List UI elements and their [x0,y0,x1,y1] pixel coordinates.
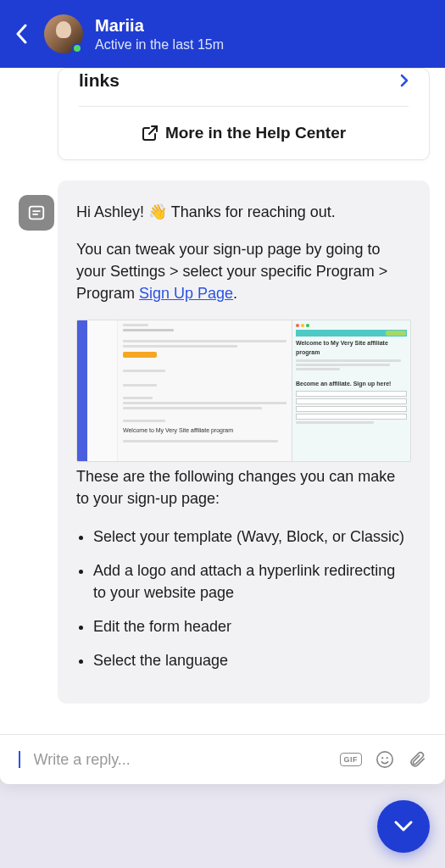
svg-point-5 [387,757,388,759]
chevron-right-icon [400,74,409,87]
agent-message: Hi Ashley! 👋 Thanks for reaching out. Yo… [58,181,430,704]
agent-status: Active in the last 15m [95,37,224,53]
list-item: Edit the form header [93,615,411,637]
agent-avatar[interactable] [44,14,83,53]
ss-preview-panel: Welcome to My Very Site affiliate progra… [292,320,410,461]
svg-point-4 [381,757,383,759]
ss-input [296,391,407,397]
signup-page-link[interactable]: Sign Up Page [139,285,233,302]
gif-button[interactable]: GIF [340,753,363,766]
header-text: Mariia Active in the last 15m [95,15,224,53]
emoji-button[interactable] [375,750,394,769]
ss-input [296,398,407,404]
ss-app-sidebar [77,320,87,461]
more-help-center-link[interactable]: More in the Help Center [79,107,409,159]
chat-header: Mariia Active in the last 15m [0,0,445,68]
help-article-link[interactable]: links [79,69,409,106]
ss-input [296,414,407,420]
svg-rect-0 [30,207,44,220]
ss-welcome-title: Welcome to My Very Site affiliate progra… [296,339,407,356]
help-card: links More in the Help Center [58,68,430,160]
ss-editor-panel: Welcome to My Very Site affiliate progra… [118,320,292,461]
ss-teal-header [296,330,407,337]
changes-list: Select your template (Wavy, Block, or Cl… [76,526,411,671]
reply-bar: GIF [0,734,445,784]
message-paragraph: Hi Ashley! 👋 Thanks for reaching out. [76,201,411,223]
ss-nav-panel [87,320,118,461]
attachment-button[interactable] [408,750,426,769]
intercom-launcher-icon[interactable] [19,195,54,231]
ss-input [296,406,407,412]
messages-area[interactable]: links More in the Help Center Hi Ashley!… [0,68,445,734]
chat-widget: Mariia Active in the last 15m links More… [0,0,445,784]
external-link-icon [142,125,159,142]
card-link-text: links [79,70,120,91]
message-paragraph: You can tweak your sign-up page by going… [76,238,411,304]
wave-emoji: 👋 [148,203,167,220]
chevron-down-icon [394,821,413,832]
reply-input[interactable] [34,751,328,769]
ss-upload-button [123,352,157,358]
list-item: Select your template (Wavy, Block, or Cl… [93,526,411,548]
back-button[interactable] [15,24,27,44]
svg-point-3 [377,752,392,767]
list-item: Select the language [93,649,411,671]
help-center-text: More in the Help Center [165,124,346,142]
agent-name: Mariia [95,15,224,36]
scroll-down-fab[interactable] [377,800,430,853]
embedded-screenshot[interactable]: Welcome to My Very Site affiliate progra… [76,320,411,462]
status-indicator-online [72,43,82,53]
ss-form-title: Become an affiliate. Sign up here! [296,380,407,388]
ss-preview-title: Welcome to My Very Site affiliate progra… [123,426,286,435]
message-paragraph: These are the following changes you can … [76,465,411,509]
list-item: Add a logo and attach a hyperlink redire… [93,559,411,604]
text-cursor [19,751,20,768]
